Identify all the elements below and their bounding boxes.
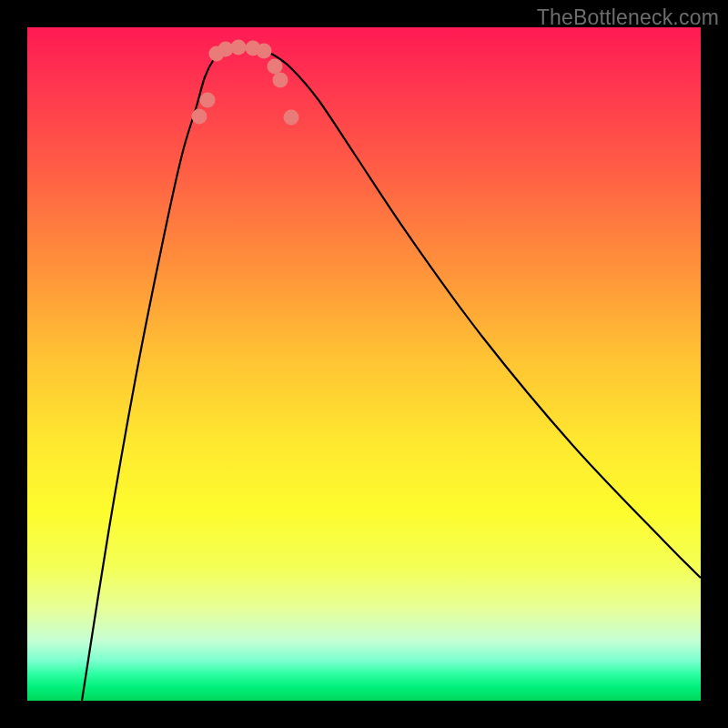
marker-7 <box>257 44 272 59</box>
marker-1 <box>192 109 207 125</box>
marker-group <box>192 40 299 126</box>
marker-9 <box>273 73 288 88</box>
curve-svg <box>27 27 701 701</box>
marker-8 <box>268 59 283 75</box>
chart-frame: TheBottleneck.com <box>0 0 728 728</box>
watermark-text: TheBottleneck.com <box>537 5 719 30</box>
marker-2 <box>200 93 216 108</box>
bottleneck-curve <box>82 47 701 701</box>
marker-5 <box>231 40 247 56</box>
plot-area <box>27 27 701 701</box>
marker-10 <box>284 110 299 126</box>
